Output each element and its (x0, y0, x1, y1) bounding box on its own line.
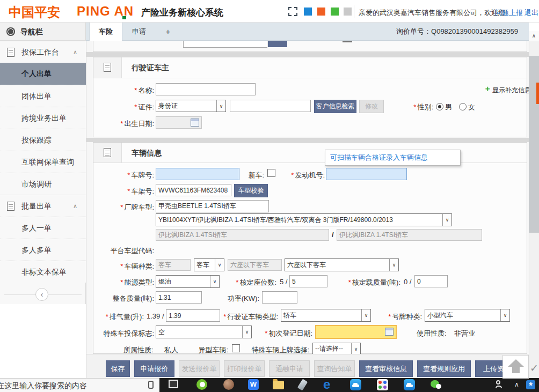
vehicle-section-title: 车辆信息 (132, 149, 162, 158)
dropdown-arrow-icon[interactable]: ∨ (389, 259, 398, 271)
sidebar-item-nonstandard-policy[interactable]: 非标文本保单 (0, 261, 86, 283)
plate-no-input[interactable] (156, 168, 239, 180)
sidebar-section-batch-issue[interactable]: 批量出单 ∧ (0, 195, 86, 217)
dropdown-arrow-icon[interactable]: ∨ (442, 214, 451, 226)
taskbar-search-area[interactable]: 在这里输入你要搜索的内容 (0, 378, 159, 392)
apply-quote-button[interactable]: 申请报价 (134, 360, 174, 377)
task-view-icon[interactable] (169, 380, 178, 388)
birth-date-input[interactable] (156, 116, 202, 129)
view-rules-button[interactable]: 查看规则应用 (417, 360, 471, 377)
sidebar-item-internet-policy-query[interactable]: 互联网保单查询 (0, 151, 86, 173)
owner-name-input[interactable] (156, 83, 256, 95)
gender-female-label: 女 (468, 102, 475, 112)
dropdown-arrow-icon[interactable]: ∨ (500, 309, 509, 321)
fullscreen-bracket-icon[interactable] (288, 7, 297, 16)
partial-search-input[interactable] (183, 41, 267, 48)
special-plate-select[interactable]: --请选择--∨ (312, 343, 361, 355)
load-static-value: 0 / (404, 278, 411, 286)
cert-number-input[interactable] (230, 100, 311, 112)
tab-apply[interactable]: 申请 (122, 23, 156, 41)
gender-female-radio[interactable] (459, 103, 467, 110)
gender-male-radio[interactable] (436, 103, 443, 110)
plus-icon: ＋ (484, 84, 491, 94)
sidebar-item-personal-issue[interactable]: 个人出单 (0, 63, 86, 85)
wechat-icon[interactable] (431, 380, 439, 388)
accommodation-button[interactable]: 通融申请 (269, 360, 310, 377)
globe-icon (6, 27, 15, 36)
engine-no-input[interactable] (326, 168, 407, 180)
theme-swatch-orange[interactable] (317, 8, 325, 16)
theme-swatch-blue[interactable] (304, 8, 312, 16)
dropdown-arrow-icon[interactable]: ∨ (351, 343, 360, 354)
vehicle-kind-select-1[interactable]: 客车∨ (194, 258, 224, 271)
edge-orange-marker (536, 83, 539, 104)
send-quote-button[interactable]: 发送报价单 (179, 360, 220, 377)
sidebar-item-multi-person-single[interactable]: 多人一单 (0, 217, 86, 239)
car-app-2-icon[interactable] (404, 379, 415, 390)
sidebar-section-policy-workbench[interactable]: 投保工作台 ∧ (0, 41, 86, 63)
energy-type-select[interactable]: 燃油∨ (156, 275, 220, 288)
model-option-select[interactable]: YBI1004XYT/伊比飒IBIZA 1.4TSI轿车/西雅特汽车/双离合 3… (156, 213, 452, 226)
edge-browser-icon[interactable]: e (323, 377, 330, 392)
dropdown-arrow-icon[interactable]: ∨ (215, 259, 224, 271)
quote-number-value: Q098201390001492382959 (431, 27, 518, 35)
wps-icon[interactable]: W (248, 379, 259, 390)
pen-icon[interactable] (148, 381, 154, 389)
dropdown-arrow-icon[interactable]: ∨ (242, 326, 251, 338)
vin-input[interactable]: WVWC61163FM623408 (156, 184, 231, 196)
show-supplement-link[interactable]: 显示补充信息 (492, 86, 531, 95)
pingan-logo-cn: 中国平安 (9, 4, 60, 21)
customer-search-button[interactable]: 客户信息检索 (314, 100, 356, 113)
power-input[interactable] (262, 291, 297, 304)
curb-weight-input[interactable]: 1.31 (156, 291, 202, 304)
save-button[interactable]: 保存 (106, 360, 130, 377)
tray-star-app-icon[interactable]: * (526, 380, 535, 389)
partial-search-button[interactable] (268, 41, 287, 47)
seats-input[interactable]: 5 (289, 275, 327, 287)
scrollbar-up-arrow[interactable]: ∧ (529, 31, 539, 41)
file-explorer-icon[interactable] (273, 381, 284, 389)
plate-kind-select[interactable]: 小型汽车∨ (425, 309, 510, 322)
scroll-to-top-button[interactable] (502, 355, 529, 379)
displacement-input[interactable]: 1.39 (166, 309, 220, 322)
theme-swatch-green[interactable] (331, 8, 339, 16)
query-notice-button[interactable]: 查询告知单 (314, 360, 355, 377)
calendar-icon[interactable] (385, 328, 394, 336)
new-car-checkbox[interactable] (267, 169, 275, 177)
dropdown-arrow-icon[interactable]: ∨ (210, 276, 219, 287)
sidebar-item-market-research[interactable]: 市场调研 (0, 173, 86, 195)
logout-link[interactable]: 退出 (525, 8, 538, 18)
check-icon[interactable]: ✓ (530, 362, 538, 374)
tray-chevron-up-icon[interactable]: ∧ (514, 381, 519, 388)
sidebar-item-policy-tracking[interactable]: 投保跟踪 (0, 129, 86, 151)
model-check-button[interactable]: 车型校验 (234, 184, 268, 197)
reg-vehicle-type-select[interactable]: 轿车∨ (281, 309, 371, 322)
report-issue-link[interactable]: 问题上报 (495, 8, 523, 18)
dropdown-arrow-icon[interactable]: ∨ (216, 100, 225, 112)
sidebar-item-multi-person-multi[interactable]: 多人多单 (0, 239, 86, 261)
tab-add-icon[interactable]: + (163, 23, 173, 41)
app-brown-icon[interactable] (223, 379, 234, 390)
modify-button[interactable]: 修改 (359, 100, 384, 113)
calendar-icon[interactable] (191, 119, 199, 127)
vehicle-kind-select-2[interactable]: 六座以下客车∨ (285, 258, 399, 271)
sidebar-item-group-issue[interactable]: 团体出单 (0, 85, 86, 107)
load-input[interactable]: 0 (414, 275, 448, 287)
tray-people-icon[interactable] (496, 380, 500, 384)
view-audit-button[interactable]: 查看审核信息 (359, 360, 413, 377)
sidebar-item-crossborder[interactable]: 跨境业务出单 (0, 107, 86, 129)
dropdown-arrow-icon[interactable]: ∨ (361, 309, 370, 321)
browser-360-icon[interactable] (196, 379, 207, 390)
theme-swatch-gray[interactable] (344, 8, 352, 16)
color-dots-app-icon[interactable] (377, 379, 388, 390)
seats-label: *核定座位数: (225, 278, 276, 287)
car-app-icon[interactable] (350, 379, 361, 390)
brand-model-input[interactable]: 甲壳虫BEETLE 1.4TSI轿车 (156, 200, 269, 212)
tab-vehicle-insurance[interactable]: 车险 (89, 23, 122, 41)
odd-vehicle-checkbox[interactable] (232, 344, 240, 352)
print-quote-button[interactable]: 打印报价单 (224, 360, 265, 377)
special-flag-select[interactable]: 空∨ (156, 326, 252, 338)
sidebar-collapse-button[interactable]: ‹ (35, 288, 48, 301)
first-reg-date-input[interactable] (315, 325, 397, 339)
cert-type-select[interactable]: 身份证∨ (156, 100, 226, 112)
